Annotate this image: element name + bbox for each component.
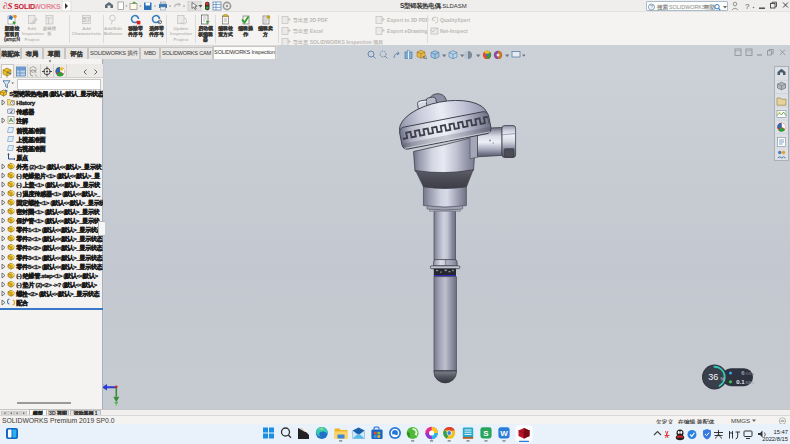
svg-text:SOLID: SOLID bbox=[14, 2, 35, 11]
svg-text:搜索: 搜索 bbox=[656, 4, 669, 11]
svg-text:KB/s: KB/s bbox=[746, 380, 754, 385]
svg-text:15:47: 15:47 bbox=[773, 429, 788, 435]
svg-text:A: A bbox=[9, 117, 14, 123]
svg-text:2022/8/15: 2022/8/15 bbox=[762, 436, 788, 442]
svg-text:0.1: 0.1 bbox=[736, 379, 745, 385]
svg-text:36: 36 bbox=[708, 372, 718, 382]
svg-text:?: ? bbox=[650, 4, 653, 10]
svg-text:∂S: ∂S bbox=[3, 1, 12, 11]
svg-text:S: S bbox=[483, 429, 489, 438]
svg-text:SOLIDWORKS: SOLIDWORKS bbox=[669, 4, 706, 10]
svg-text:57: 57 bbox=[83, 16, 91, 23]
svg-text:帮助: 帮助 bbox=[703, 4, 716, 11]
svg-text:KB/s: KB/s bbox=[746, 371, 754, 376]
svg-text:?: ? bbox=[745, 2, 750, 11]
svg-text:WORKS: WORKS bbox=[34, 2, 61, 11]
svg-text:%: % bbox=[721, 377, 725, 382]
svg-text:W: W bbox=[500, 429, 508, 438]
